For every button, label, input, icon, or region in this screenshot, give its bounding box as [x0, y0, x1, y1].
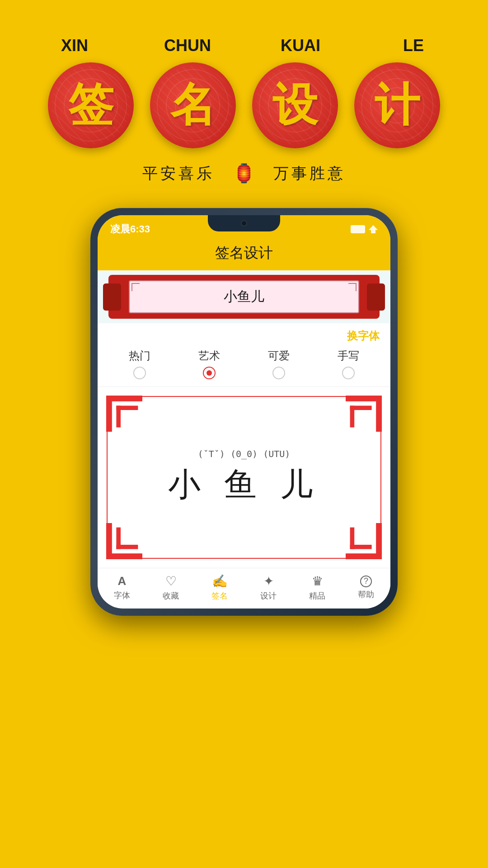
heart-icon: ♡ [165, 574, 177, 589]
svg-rect-4 [106, 396, 142, 398]
scroll-decoration: 小鱼儿 [108, 275, 380, 319]
svg-rect-12 [116, 545, 138, 549]
font-switch-button[interactable]: 换字体 [347, 329, 380, 343]
scroll-left-end [103, 283, 121, 311]
characters-row: 签 名 设 计 [48, 62, 440, 148]
battery-icon [351, 225, 365, 233]
font-tab-3[interactable]: 手写 [338, 349, 359, 379]
nav-item-premium[interactable]: ♛ 精品 [309, 574, 325, 601]
premium-icon: ♛ [312, 574, 323, 589]
char-circle-2: 设 [252, 62, 338, 148]
char-circle-1: 名 [150, 62, 236, 148]
nav-item-collect[interactable]: ♡ 收藏 [163, 574, 179, 601]
char-0: 签 [68, 75, 113, 136]
phone-notch [208, 215, 280, 231]
nav-label-help: 帮助 [358, 589, 374, 600]
font-tab-dot-3 [342, 367, 355, 379]
signature-border-box: (ˇTˇ) (0_0) (UTU) 小 鱼 儿 [107, 396, 381, 559]
svg-rect-6 [346, 396, 382, 401]
scroll-banner-area: 小鱼儿 [98, 270, 390, 323]
char-2: 设 [272, 75, 318, 136]
font-tab-dot-1 [203, 367, 216, 379]
pinyin-row: XIN CHUN KUAI LE [32, 36, 456, 55]
corner-ornament-tr [346, 396, 382, 432]
scroll-inner: 小鱼儿 [129, 280, 359, 313]
nav-item-help[interactable]: ? 帮助 [358, 576, 374, 600]
help-icon: ? [360, 576, 372, 587]
scroll-name-display: 小鱼儿 [224, 289, 264, 304]
nav-label-font: 字体 [114, 590, 130, 601]
font-tab-label-2: 可爱 [268, 349, 290, 363]
status-time: 凌晨6:33 [110, 222, 150, 236]
svg-rect-3 [116, 406, 138, 410]
nav-label-signature: 签名 [211, 590, 228, 601]
pinyin-le: LE [371, 36, 456, 55]
pinyin-kuai: KUAI [258, 36, 343, 55]
font-tab-1[interactable]: 艺术 [198, 349, 220, 379]
char-3: 计 [375, 75, 420, 136]
svg-rect-16 [350, 545, 372, 549]
svg-rect-8 [350, 406, 372, 410]
font-tab-dot-0 [133, 367, 146, 379]
bottom-nav-bar: A 字体 ♡ 收藏 ✍ 签名 ✦ 设计 ♛ 精品 [98, 568, 390, 609]
signature-name-display: 小 鱼 儿 [168, 463, 320, 506]
pinyin-chun: CHUN [145, 36, 230, 55]
front-camera [241, 220, 247, 226]
svg-rect-14 [346, 553, 382, 559]
font-tab-label-3: 手写 [338, 349, 359, 363]
nav-item-design[interactable]: ✦ 设计 [260, 574, 277, 601]
phone-screen: 凌晨6:33 签名设计 小鱼儿 [98, 215, 390, 609]
signature-emoticons: (ˇTˇ) (0_0) (UTU) [168, 448, 320, 459]
nav-item-font[interactable]: A 字体 [114, 574, 130, 601]
font-switch-row: 换字体 [98, 323, 390, 345]
pinyin-xin: XIN [32, 36, 117, 55]
font-tabs-bar: 热门 艺术 可爱 手写 [98, 345, 390, 387]
top-section: XIN CHUN KUAI LE 签 名 设 计 平安喜乐 🏮 万事胜意 [0, 0, 488, 184]
app-title: 签名设计 [215, 245, 273, 261]
phone-mockup: 凌晨6:33 签名设计 小鱼儿 [90, 208, 398, 616]
signature-display-area: (ˇTˇ) (0_0) (UTU) 小 鱼 儿 [98, 387, 390, 568]
nav-item-signature[interactable]: ✍ 签名 [211, 574, 228, 601]
svg-rect-10 [106, 553, 142, 559]
corner-ornament-br [346, 523, 382, 559]
signature-icon: ✍ [212, 574, 228, 589]
font-tab-label-1: 艺术 [198, 349, 220, 363]
char-circle-3: 计 [354, 62, 440, 148]
font-icon: A [118, 574, 127, 588]
subtitle-left: 平安喜乐 [142, 163, 215, 184]
char-circle-0: 签 [48, 62, 134, 148]
design-icon: ✦ [263, 574, 274, 589]
corner-ornament-bl [106, 523, 142, 559]
subtitle-row: 平安喜乐 🏮 万事胜意 [142, 163, 346, 184]
font-tab-label-0: 热门 [129, 349, 150, 363]
lucky-icon: 🏮 [233, 163, 255, 184]
subtitle-right: 万事胜意 [273, 163, 346, 184]
font-tab-dot-2 [272, 367, 285, 379]
wifi-icon [369, 225, 378, 233]
app-title-bar: 签名设计 [98, 240, 390, 270]
status-icons [351, 225, 378, 233]
nav-label-premium: 精品 [309, 590, 325, 601]
font-tab-2[interactable]: 可爱 [268, 349, 290, 379]
nav-label-collect: 收藏 [163, 590, 179, 601]
phone-outer-frame: 凌晨6:33 签名设计 小鱼儿 [90, 208, 398, 616]
char-1: 名 [170, 75, 216, 136]
scroll-right-end [367, 283, 385, 311]
font-tab-0[interactable]: 热门 [129, 349, 150, 379]
nav-label-design: 设计 [260, 590, 277, 601]
corner-ornament-tl [106, 396, 142, 432]
